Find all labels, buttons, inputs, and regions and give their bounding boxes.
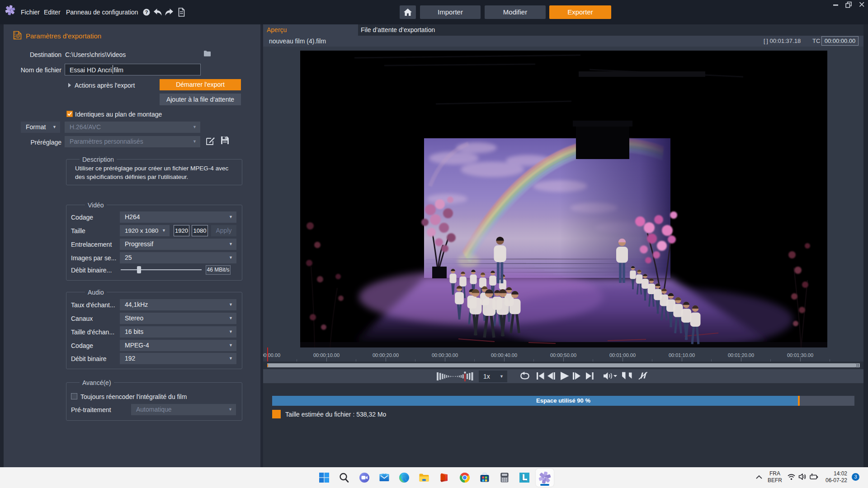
- svg-text:?: ?: [145, 9, 148, 15]
